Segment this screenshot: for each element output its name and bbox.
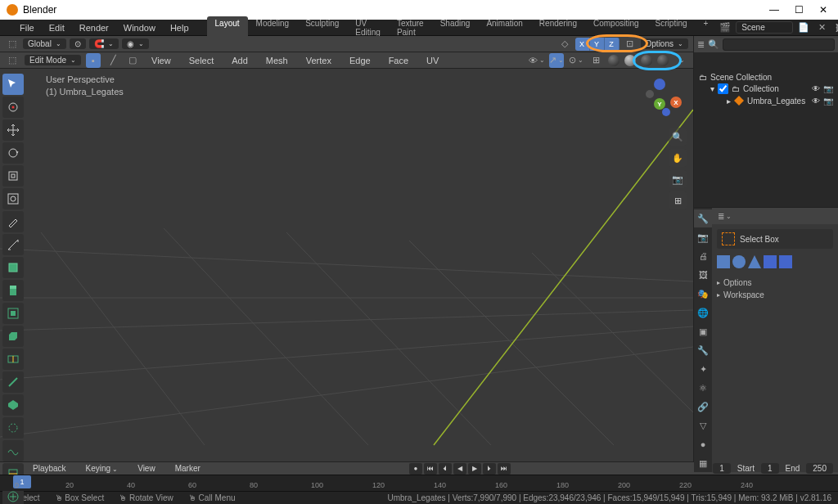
snap-icon[interactable]: 🧲 <box>89 38 119 49</box>
visibility-icon[interactable]: 👁 <box>529 53 544 68</box>
autokey-icon[interactable]: ● <box>409 463 422 475</box>
ptab-physics[interactable]: ⚛ <box>694 379 712 397</box>
tool-inset[interactable] <box>2 303 24 324</box>
collection-checkbox[interactable] <box>718 83 728 94</box>
scene-name-input[interactable] <box>736 21 793 34</box>
editor-type-icon-2[interactable]: ⬚ <box>5 53 20 68</box>
tool-annotate[interactable] <box>2 211 24 232</box>
ptab-tool[interactable]: 🔧 <box>694 209 712 227</box>
tool-cursor[interactable] <box>2 97 24 118</box>
tool-knife[interactable] <box>2 371 24 393</box>
axis-z[interactable]: Z <box>605 38 619 51</box>
tool-move[interactable] <box>2 119 24 141</box>
menu-uv[interactable]: UV <box>420 54 445 67</box>
pivot-icon[interactable]: ⊙ <box>70 38 86 49</box>
face-select-icon[interactable]: ▢ <box>125 53 140 68</box>
persp-icon[interactable]: ⊞ <box>669 191 687 209</box>
shading-dropdown-icon[interactable] <box>674 53 688 68</box>
shading-lookdev-icon[interactable] <box>641 55 652 66</box>
gizmo-toggle-icon[interactable]: ◇ <box>557 37 572 52</box>
render-icon[interactable]: 📷 <box>823 97 833 106</box>
tool-polybuild[interactable] <box>2 394 24 416</box>
panel-options[interactable]: Options <box>717 277 833 289</box>
proportional-icon[interactable]: ◉ <box>122 38 149 49</box>
start-frame[interactable]: 1 <box>761 463 779 474</box>
tool-bevel[interactable] <box>2 326 24 347</box>
menu-view[interactable]: View <box>145 54 178 67</box>
eye-icon[interactable]: 👁 <box>812 84 820 93</box>
ptab-particle[interactable]: ✦ <box>694 360 712 378</box>
edge-select-icon[interactable]: ╱ <box>106 53 120 68</box>
keyframe-prev-icon[interactable]: ⏴ <box>439 463 452 475</box>
navigation-gizmo[interactable]: X Y <box>639 74 685 119</box>
play-icon[interactable]: ▶ <box>468 463 481 475</box>
ptab-constraint[interactable]: 🔗 <box>694 398 712 416</box>
outliner-type-icon[interactable]: ≣ <box>697 37 705 52</box>
scene-icon[interactable]: 🎬 <box>718 20 732 35</box>
viewlayer-icon[interactable]: 🖼 <box>832 20 838 35</box>
tool-rotate[interactable] <box>2 142 24 164</box>
shape-4[interactable] <box>764 255 777 268</box>
tool-spin[interactable] <box>2 417 24 439</box>
tool-select-box[interactable] <box>2 74 24 95</box>
ptab-viewlayer[interactable]: 🖼 <box>694 266 712 284</box>
tool-measure[interactable] <box>2 234 24 255</box>
gizmo-neg2[interactable] <box>662 108 670 116</box>
current-frame[interactable]: 1 <box>713 463 731 474</box>
shape-lasso[interactable] <box>748 255 761 268</box>
menu-render[interactable]: Render <box>73 21 115 34</box>
timeline-ruler[interactable]: 1 0 20 40 60 80 100 120 140 160 180 200 … <box>0 475 838 491</box>
gizmo-z[interactable] <box>654 79 665 90</box>
menu-help[interactable]: Help <box>164 21 196 34</box>
vertex-select-icon[interactable]: ▪ <box>86 53 101 68</box>
shape-rect[interactable] <box>717 255 730 268</box>
shape-circle[interactable] <box>732 255 746 268</box>
zoom-icon[interactable]: 🔍 <box>669 128 687 146</box>
ptab-output[interactable]: 🖨 <box>694 247 712 265</box>
tool-add-cube[interactable] <box>2 257 24 278</box>
play-reverse-icon[interactable]: ◀ <box>453 463 466 475</box>
gizmo-neg[interactable] <box>646 90 654 98</box>
keyframe-next-icon[interactable]: ⏵ <box>483 463 496 475</box>
tree-scene-collection[interactable]: 🗀 Scene Collection <box>699 72 833 83</box>
tool-smooth[interactable] <box>2 440 24 461</box>
ptab-world[interactable]: 🌐 <box>694 304 712 322</box>
shading-wireframe-icon[interactable] <box>608 55 619 66</box>
tool-scale[interactable] <box>2 165 24 187</box>
render-icon[interactable]: 📷 <box>823 84 833 93</box>
panel-workspace[interactable]: Workspace <box>717 289 833 301</box>
ptab-scene[interactable]: 🎭 <box>694 285 712 303</box>
tl-view[interactable]: View <box>131 462 162 475</box>
ptab-modifier[interactable]: 🔧 <box>694 341 712 359</box>
ptab-texture[interactable]: ▦ <box>694 454 712 472</box>
tl-playback[interactable]: Playback <box>26 462 73 475</box>
outliner-search[interactable] <box>723 38 835 51</box>
scene-del-icon[interactable]: ✕ <box>814 20 829 35</box>
shape-5[interactable] <box>779 255 792 268</box>
tool-loopcut[interactable] <box>2 349 24 370</box>
jump-end-icon[interactable]: ⏭ <box>498 463 511 475</box>
menu-file[interactable]: File <box>13 21 41 34</box>
tool-extrude[interactable] <box>2 280 24 301</box>
edit-mode-select[interactable]: Edit Mode <box>25 55 81 65</box>
pan-icon[interactable]: ✋ <box>669 149 687 167</box>
xray-icon[interactable]: ⊞ <box>588 53 603 68</box>
tree-collection[interactable]: ▾ 🗀 Collection 👁 📷 <box>699 83 833 95</box>
options-dropdown[interactable]: Options <box>641 38 688 49</box>
menu-vertex[interactable]: Vertex <box>300 54 338 67</box>
overlay-toggle-icon[interactable]: ⊙ <box>569 53 583 68</box>
menu-mesh[interactable]: Mesh <box>259 54 295 67</box>
menu-add[interactable]: Add <box>225 54 255 67</box>
axis-x[interactable]: X <box>575 38 590 51</box>
gizmo-x[interactable]: X <box>670 97 682 108</box>
close-button[interactable]: ✕ <box>818 4 828 16</box>
chevron-right-icon[interactable]: ▸ <box>727 97 731 106</box>
maximize-button[interactable]: ☐ <box>794 4 804 16</box>
menu-edge[interactable]: Edge <box>343 54 377 67</box>
shading-rendered-icon[interactable] <box>657 55 669 66</box>
camera-icon[interactable]: 📷 <box>669 170 687 188</box>
minimize-button[interactable]: — <box>769 4 779 16</box>
editor-type-icon[interactable]: ⬚ <box>5 37 20 52</box>
outliner-tree[interactable]: 🗀 Scene Collection ▾ 🗀 Collection 👁 📷 ▸ … <box>694 69 838 207</box>
props-type-icon[interactable]: ≣ <box>717 209 732 223</box>
